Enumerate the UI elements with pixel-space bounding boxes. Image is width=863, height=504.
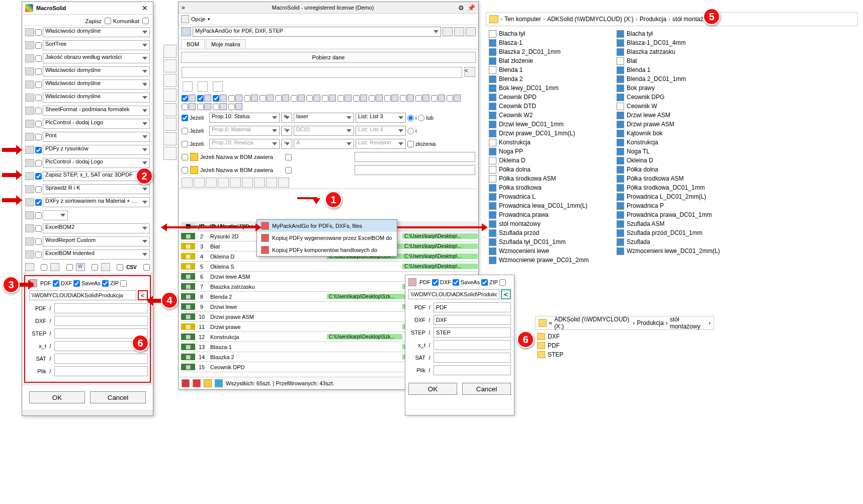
macro-select[interactable]: Sprawdź R i K bbox=[43, 184, 150, 194]
saveas-cb[interactable] bbox=[102, 280, 109, 287]
opcje-label[interactable]: Opcje bbox=[191, 16, 206, 22]
tab-bom[interactable]: BOM bbox=[181, 39, 205, 49]
file-item[interactable]: Blaszka zatrzasku bbox=[616, 47, 746, 56]
pdf-out-cb[interactable] bbox=[41, 264, 47, 271]
file-item[interactable]: Blasza-1_DC01_4mm bbox=[616, 38, 746, 47]
side-tool-btn[interactable] bbox=[163, 59, 177, 72]
cond-field-select[interactable]: Prop.10: Status bbox=[209, 113, 280, 123]
cond-join-lub[interactable] bbox=[418, 115, 424, 121]
collapse-icon[interactable]: » bbox=[182, 4, 189, 11]
file-item[interactable]: Blasza-1 bbox=[488, 38, 607, 47]
close-button[interactable]: ✕ bbox=[140, 4, 150, 12]
fmt-input[interactable] bbox=[434, 365, 511, 375]
table-tool-btn[interactable] bbox=[254, 178, 265, 188]
macro-select[interactable]: WordReport Custom bbox=[43, 236, 150, 246]
file-item[interactable]: Półka środkowa ASM bbox=[488, 174, 607, 183]
side-tool-btn[interactable] bbox=[163, 118, 177, 131]
view-toggle[interactable] bbox=[244, 95, 258, 102]
cond-field-select[interactable]: Prop.6: Materiał bbox=[209, 126, 280, 136]
file-item[interactable]: Blacha tył bbox=[488, 29, 607, 38]
view-toggle[interactable] bbox=[431, 95, 445, 102]
crumb-2[interactable]: Produkcja bbox=[640, 16, 666, 23]
file-item[interactable]: Konstrukcja bbox=[488, 138, 607, 147]
cond-list-select[interactable]: List: List 3 bbox=[356, 113, 406, 123]
breadcrumb-2[interactable]: « ADKSolid (\\WDMYCLOUD) (X:)› Produkcja… bbox=[535, 316, 714, 330]
table-tool-btn[interactable] bbox=[182, 178, 193, 188]
run-btn-icon[interactable] bbox=[454, 27, 464, 36]
dxf-cb-2[interactable] bbox=[453, 279, 459, 286]
side-tool-btn[interactable] bbox=[163, 74, 177, 87]
table-tool-btn[interactable] bbox=[218, 178, 229, 188]
file-item[interactable]: Prowadnica P bbox=[616, 201, 746, 210]
file-item[interactable]: Blenda 2_DC01_1mm bbox=[616, 74, 746, 83]
fmt-input[interactable] bbox=[434, 315, 511, 325]
fmt-input[interactable] bbox=[434, 327, 511, 338]
macro-select[interactable]: MyPackAndGo for PDF, DXF, STEP bbox=[193, 27, 441, 37]
file-item[interactable]: Bok lewy_DC01_1mm bbox=[488, 83, 607, 93]
macro-enable-cb[interactable] bbox=[35, 81, 42, 88]
file-item[interactable]: Szuflada bbox=[616, 237, 746, 246]
macro-enable-cb[interactable] bbox=[35, 251, 42, 258]
funnel-icon[interactable] bbox=[183, 81, 193, 92]
macro-enable-cb[interactable] bbox=[35, 212, 42, 219]
macro-select[interactable]: Właściwości domyślne bbox=[43, 79, 150, 90]
fmt-input[interactable] bbox=[434, 302, 511, 312]
view-toggle[interactable] bbox=[353, 95, 367, 102]
fmt-input[interactable] bbox=[54, 316, 148, 326]
file-item[interactable]: Okleina D bbox=[616, 156, 746, 165]
side-tool-btn[interactable] bbox=[163, 103, 177, 116]
folder-item[interactable]: DXF bbox=[537, 332, 563, 341]
fmt-input[interactable] bbox=[434, 340, 511, 350]
file-item[interactable]: Blat złożenie bbox=[488, 56, 607, 65]
folder-item[interactable]: PDF bbox=[537, 341, 563, 350]
macro-select[interactable]: Zapisz STEP, x_t, SAT oraz 3DPDF bbox=[43, 171, 150, 181]
file-item[interactable]: Szuflada przód bbox=[488, 228, 607, 237]
zapisz-checkbox[interactable] bbox=[105, 18, 111, 24]
side-tool-btn[interactable] bbox=[163, 132, 177, 145]
folder-item[interactable]: STEP bbox=[537, 350, 563, 359]
file-item[interactable]: Ceownik DPD bbox=[488, 93, 607, 102]
file-item[interactable]: Drzwi prawe ASM bbox=[616, 120, 746, 129]
file-item[interactable]: Drzwi lewe_DC01_1mm bbox=[488, 120, 607, 129]
view-toggle[interactable] bbox=[228, 95, 242, 102]
tab-moje-makra[interactable]: Moje makra bbox=[206, 39, 245, 49]
cond-op-select[interactable]: = bbox=[281, 113, 292, 123]
macro-enable-cb[interactable] bbox=[35, 173, 42, 180]
view-toggle[interactable] bbox=[228, 103, 242, 110]
file-item[interactable]: Blenda 2 bbox=[488, 74, 607, 83]
file-item[interactable]: Prowadnica L bbox=[488, 192, 607, 201]
file-item[interactable]: Konstrukcja bbox=[616, 138, 746, 147]
macro-enable-cb[interactable] bbox=[35, 29, 42, 36]
view-toggle[interactable] bbox=[182, 103, 196, 110]
cond-enable-cb[interactable] bbox=[182, 128, 188, 134]
table-icon[interactable] bbox=[198, 81, 208, 92]
table-tool-btn[interactable] bbox=[278, 178, 289, 188]
macro-select[interactable]: Jakość obrazu według wartości bbox=[43, 53, 150, 63]
file-item[interactable]: Wzmocenieni lewe bbox=[488, 246, 607, 256]
macro-select[interactable]: DXFy z sortowaniem na Materiał + Grubość bbox=[43, 197, 150, 207]
copy-icon[interactable] bbox=[213, 81, 223, 92]
name-aux-cb-1[interactable] bbox=[285, 154, 292, 160]
search-input[interactable] bbox=[182, 67, 462, 78]
file-item[interactable]: Blaszka 2_DC01_1mm bbox=[488, 47, 607, 56]
ok-button-2[interactable]: OK bbox=[408, 383, 457, 395]
file-item[interactable]: stół montażowy bbox=[488, 219, 607, 228]
macro-select[interactable]: Właściwości domyślne bbox=[43, 66, 150, 76]
macro-enable-cb[interactable] bbox=[35, 95, 42, 101]
file-item[interactable]: Szuflada przód_DC01_1mm bbox=[616, 228, 746, 237]
macro-enable-cb[interactable] bbox=[35, 121, 42, 127]
view-toggle[interactable] bbox=[369, 95, 383, 102]
side-tool-btn[interactable] bbox=[163, 45, 177, 58]
file-item[interactable]: Drzwi prawe_DC01_1mm(L) bbox=[488, 129, 607, 138]
file-item[interactable]: Ceownik DTD bbox=[488, 102, 607, 111]
file-item[interactable]: Blat bbox=[616, 56, 746, 65]
help-btn-icon[interactable] bbox=[466, 27, 476, 36]
pin-icon[interactable]: 📌 bbox=[467, 4, 475, 11]
macro-enable-cb[interactable] bbox=[35, 55, 42, 62]
file-item[interactable]: Półka dolna bbox=[488, 165, 607, 174]
fmt-input[interactable] bbox=[54, 354, 148, 364]
browse-button[interactable]: < bbox=[138, 290, 148, 300]
macro-select[interactable]: ExcelBOM Indented bbox=[43, 249, 150, 260]
file-item[interactable]: Drzwi lewe ASM bbox=[616, 111, 746, 120]
macro-select[interactable]: Print bbox=[43, 132, 150, 142]
